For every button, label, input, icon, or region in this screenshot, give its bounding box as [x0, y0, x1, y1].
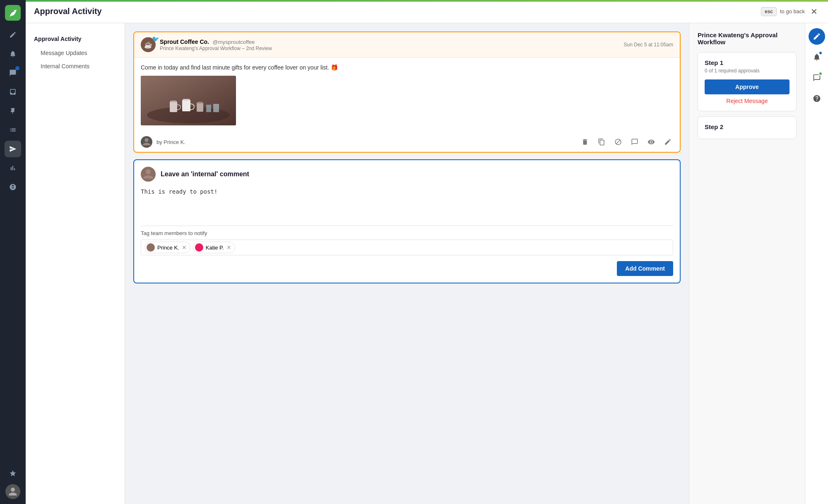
post-card-body: Come in today and find last minute gifts…	[134, 58, 680, 132]
left-nav: Approval Activity Message Updates Intern…	[26, 23, 125, 504]
workflow-label: Prince Kwateng's Approval Workflow – 2nd…	[160, 46, 620, 51]
comment-card: Leave an 'internal' comment This is read…	[133, 159, 681, 283]
svg-rect-9	[206, 105, 211, 112]
delete-button[interactable]	[580, 137, 590, 147]
topbar: Approval Activity esc to go back ✕	[26, 0, 828, 23]
tag-prince-remove[interactable]: ✕	[182, 245, 187, 250]
tag-katie-name: Katie P.	[206, 245, 224, 251]
sidebar-icon-star[interactable]	[5, 465, 21, 482]
add-comment-button[interactable]: Add Comment	[617, 261, 673, 276]
page-title: Approval Activity	[34, 7, 102, 16]
post-card-info: Sprout Coffee Co. @mysproutcoffee Prince…	[160, 38, 620, 51]
tag-prince-name: Prince K.	[157, 245, 179, 251]
close-button[interactable]: ✕	[808, 6, 820, 17]
svg-rect-10	[213, 104, 219, 112]
user-avatar[interactable]	[5, 484, 20, 499]
tag-prince: Prince K. ✕	[144, 242, 190, 253]
account-name: Sprout Coffee Co. @mysproutcoffee	[160, 38, 620, 46]
sidebar-icon-chart[interactable]	[5, 160, 21, 176]
step-1-label: Step 1	[705, 59, 789, 66]
comment-label: Leave an 'internal' comment	[161, 170, 249, 178]
svg-point-13	[149, 245, 152, 247]
post-image	[141, 76, 236, 125]
edit-button[interactable]	[662, 137, 673, 147]
notifications-icon[interactable]	[809, 49, 825, 65]
sidebar	[0, 0, 26, 504]
content-area: Approval Activity Message Updates Intern…	[26, 23, 828, 504]
svg-rect-8	[197, 102, 202, 103]
step-2-card: Step 2	[698, 116, 797, 139]
nav-message-updates[interactable]: Message Updates	[26, 46, 125, 60]
block-button[interactable]	[613, 137, 623, 147]
poster-avatar	[141, 136, 152, 148]
post-actions	[580, 137, 673, 147]
prince-avatar	[147, 243, 155, 252]
approve-button[interactable]: Approve	[705, 79, 789, 94]
sidebar-logo[interactable]	[5, 5, 21, 21]
chat-icon[interactable]	[809, 70, 825, 86]
main-container: Approval Activity esc to go back ✕ Appro…	[26, 0, 828, 504]
post-card-header: ☕ 🐦 Sprout Coffee Co. @mysproutcoffee Pr…	[134, 32, 680, 58]
svg-rect-5	[182, 100, 190, 111]
svg-point-14	[197, 245, 200, 247]
topbar-actions: esc to go back ✕	[761, 6, 820, 17]
compose-fab[interactable]	[809, 28, 825, 45]
post-text: Come in today and find last minute gifts…	[141, 64, 673, 71]
comment-divider	[141, 226, 673, 226]
sidebar-icon-list[interactable]	[5, 122, 21, 138]
nav-internal-comments[interactable]: Internal Comments	[26, 60, 125, 73]
svg-point-12	[146, 169, 151, 174]
post-card: ☕ 🐦 Sprout Coffee Co. @mysproutcoffee Pr…	[133, 31, 681, 153]
tag-katie: Katie P. ✕	[193, 242, 235, 253]
commenter-avatar	[141, 167, 156, 182]
post-time: Sun Dec 5 at 11:05am	[624, 42, 673, 48]
preview-button[interactable]	[646, 137, 657, 147]
right-panel: Prince Kwateng's Approval Workflow Step …	[689, 23, 805, 504]
sidebar-icon-bot[interactable]	[5, 179, 21, 195]
sidebar-icon-compose[interactable]	[5, 26, 21, 43]
center-content: ☕ 🐦 Sprout Coffee Co. @mysproutcoffee Pr…	[125, 23, 689, 504]
step-1-required: 0 of 1 required approvals	[705, 68, 789, 74]
sidebar-icon-inbox[interactable]	[5, 84, 21, 100]
far-right-icons	[805, 23, 828, 504]
svg-rect-4	[171, 101, 176, 102]
go-back-text: to go back	[780, 8, 805, 14]
comment-header: Leave an 'internal' comment	[141, 167, 673, 182]
post-card-footer: by Prince K.	[134, 132, 680, 152]
tag-katie-remove[interactable]: ✕	[226, 245, 231, 250]
nav-approval-activity[interactable]: Approval Activity	[26, 31, 125, 46]
svg-rect-3	[170, 101, 177, 112]
katie-avatar	[195, 243, 203, 252]
svg-rect-6	[183, 99, 190, 101]
copy-button[interactable]	[596, 137, 607, 147]
sidebar-icon-messages[interactable]	[5, 65, 21, 81]
reject-link[interactable]: Reject Message	[705, 98, 789, 104]
comment-textarea[interactable]: This is ready to post!	[141, 187, 673, 220]
sidebar-icon-pin[interactable]	[5, 103, 21, 119]
twitter-icon: 🐦	[152, 36, 159, 42]
comment-button[interactable]	[629, 137, 640, 147]
step-2-label: Step 2	[705, 123, 789, 130]
help-icon[interactable]	[809, 90, 825, 107]
svg-rect-7	[197, 103, 203, 112]
workflow-title: Prince Kwateng's Approval Workflow	[698, 31, 797, 46]
svg-point-11	[144, 138, 148, 142]
poster-by: by Prince K.	[156, 139, 185, 145]
progress-bar	[26, 0, 828, 2]
step-1-card: Step 1 0 of 1 required approvals Approve…	[698, 52, 797, 111]
comment-footer: Add Comment	[141, 261, 673, 276]
tag-label: Tag team members to notify	[141, 230, 673, 236]
sidebar-icon-notifications[interactable]	[5, 46, 21, 62]
tags-area[interactable]: Prince K. ✕ Katie P. ✕	[141, 240, 673, 255]
sidebar-icon-send[interactable]	[5, 141, 21, 157]
esc-badge: esc	[761, 7, 777, 16]
